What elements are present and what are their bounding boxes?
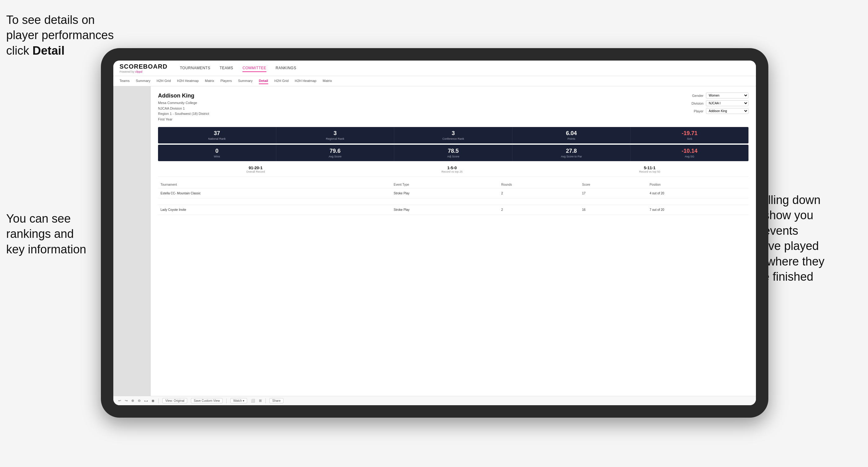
stat-cell: 78.5Adj Score (394, 145, 513, 161)
subnav-matrix[interactable]: Matrix (205, 78, 214, 84)
record-item: 1-5-0Record vs top 25 (441, 165, 463, 173)
table-cell-tournament: Lady Coyote Invite (158, 205, 391, 215)
player-header: Addison King Mesa Community College NJCA… (158, 93, 748, 122)
logo-scoreboard: SCOREBOARD (120, 63, 167, 70)
player-name: Addison King (158, 93, 209, 99)
annotation-topleft: To see details on player performances cl… (6, 12, 124, 58)
stat-cell: -19.71SoS (630, 127, 748, 144)
main-content: Addison King Mesa Community College NJCA… (113, 86, 756, 396)
subnav-detail[interactable]: Detail (259, 78, 268, 84)
subnav-matrix2[interactable]: Matrix (322, 78, 332, 84)
clippd-text: clippd (135, 70, 143, 73)
grid-button[interactable]: ⊞ (259, 399, 262, 403)
stat-label: Wins (160, 155, 274, 158)
table-cell-position: 7 out of 20 (647, 205, 748, 215)
nav-teams[interactable]: TEAMS (219, 65, 233, 72)
watch-button[interactable]: Watch ▾ (230, 398, 247, 403)
save-custom-view-button[interactable]: Save Custom View (191, 398, 223, 403)
table-header-cell: Position (647, 181, 748, 188)
redo-button[interactable]: ↪ (125, 399, 128, 403)
subnav-h2h-grid[interactable]: H2H Grid (156, 78, 171, 84)
stat-cell: 3Regional Rank (276, 127, 395, 144)
stat-value: 78.5 (397, 148, 510, 154)
subnav-h2h-heatmap[interactable]: H2H Heatmap (177, 78, 199, 84)
tournament-table: TournamentEvent TypeRoundsScorePosition … (158, 181, 748, 215)
logo-area: SCOREBOARD Powered by clippd (120, 63, 167, 73)
table-cell-tournament (158, 198, 391, 205)
undo-button[interactable]: ↩ (118, 399, 121, 403)
table-cell-event_type: Stroke Play (391, 188, 499, 198)
stat-value: 27.8 (515, 148, 628, 154)
stat-value: 79.6 (279, 148, 392, 154)
center-content: Addison King Mesa Community College NJCA… (151, 86, 756, 396)
gender-select[interactable]: Women (706, 93, 748, 98)
zoom-in-button[interactable]: ⊕ (131, 399, 134, 403)
record-value: 5-11-1 (639, 165, 660, 170)
stat-cell: 6.04Points (513, 127, 631, 144)
logo-powered: Powered by clippd (120, 70, 167, 73)
subnav-summary2[interactable]: Summary (238, 78, 253, 84)
annotation-bl1: You can see (6, 212, 71, 225)
nav-rankings[interactable]: RANKINGS (276, 65, 297, 72)
record-item: 5-11-1Record vs top 50 (639, 165, 660, 173)
division-label: Division (686, 101, 704, 105)
record-item: 91-20-1Overall Record (246, 165, 265, 173)
stat-value: -10.14 (633, 148, 746, 154)
subnav-summary[interactable]: Summary (136, 78, 150, 84)
top-nav: SCOREBOARD Powered by clippd TOURNAMENTS… (113, 61, 756, 76)
stat-value: 3 (397, 130, 510, 136)
nav-tournaments[interactable]: TOURNAMENTS (180, 65, 210, 72)
record-value: 91-20-1 (246, 165, 265, 170)
stat-label: Avg Score (279, 155, 392, 158)
table-cell-score: 16 (580, 205, 647, 215)
annotation-bl2: rankings and (6, 227, 74, 240)
bottom-toolbar: ↩ ↪ ⊕ ⊖ ▪-▪ ◉ View: Original Save Custom… (113, 396, 756, 405)
view-original-button[interactable]: View: Original (162, 398, 187, 403)
reset-button[interactable]: ◉ (152, 399, 155, 403)
table-row: Estella CC- Mountain ClassicStroke Play2… (158, 188, 748, 198)
stat-label: Avg SG (633, 155, 746, 158)
stat-cell: 0Wins (158, 145, 276, 161)
table-cell-position (647, 198, 748, 205)
zoom-out-button[interactable]: ⊖ (138, 399, 141, 403)
record-label: Record vs top 25 (441, 170, 463, 173)
stats-row-2: 0Wins79.6Avg Score78.5Adj Score27.8Avg S… (158, 145, 748, 161)
stat-label: National Rank (160, 137, 274, 141)
stat-label: SoS (633, 137, 746, 141)
player-label: Player (686, 109, 704, 113)
share-button[interactable]: Share (270, 398, 283, 403)
nav-committee[interactable]: COMMITTEE (243, 65, 266, 72)
table-cell-event_type: Stroke Play (391, 205, 499, 215)
toolbar-divider-2 (226, 398, 227, 403)
record-label: Record vs top 50 (639, 170, 660, 173)
left-panel (113, 86, 151, 396)
stat-value: 3 (279, 130, 392, 136)
subnav-h2h-grid2[interactable]: H2H Grid (274, 78, 289, 84)
nav-items: TOURNAMENTS TEAMS COMMITTEE RANKINGS (180, 65, 296, 72)
subnav-players[interactable]: Players (220, 78, 232, 84)
fit-button[interactable]: ▪-▪ (144, 399, 148, 403)
table-cell-tournament: Estella CC- Mountain Classic (158, 188, 391, 198)
toolbar-divider-3 (266, 398, 266, 403)
stat-cell: 79.6Avg Score (276, 145, 395, 161)
stat-cell: 27.8Avg Score to Par (513, 145, 631, 161)
table-row (158, 198, 748, 205)
player-control-row: Player Addison King (686, 108, 748, 114)
subnav-teams[interactable]: Teams (120, 78, 129, 84)
subnav-h2h-heatmap2[interactable]: H2H Heatmap (295, 78, 317, 84)
player-info: Addison King Mesa Community College NJCA… (158, 93, 209, 122)
table-cell-score: 17 (580, 188, 647, 198)
player-school: Mesa Community College (158, 100, 209, 106)
records-row: 91-20-1Overall Record1-5-0Record vs top … (158, 162, 748, 177)
annotation-bottomleft: You can see rankings and key information (6, 211, 112, 257)
division-select[interactable]: NJCAA I (706, 100, 748, 106)
table-header-cell: Rounds (499, 181, 580, 188)
stats-row-1: 37National Rank3Regional Rank3Conference… (158, 127, 748, 144)
player-select[interactable]: Addison King (706, 108, 748, 114)
stat-cell: 37National Rank (158, 127, 276, 144)
table-header-cell: Tournament (158, 181, 391, 188)
table-cell-rounds (499, 198, 580, 205)
screen-button[interactable]: ⬜ (251, 399, 255, 403)
stat-cell: -10.14Avg SG (630, 145, 748, 161)
record-label: Overall Record (246, 170, 265, 173)
